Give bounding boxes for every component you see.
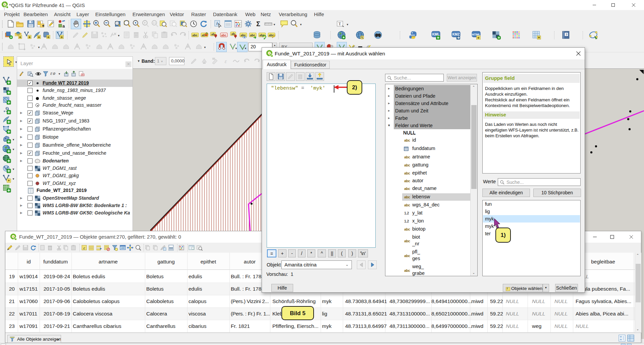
svg-text:ε: ε: [507, 286, 508, 290]
svg-text:✱: ✱: [477, 36, 480, 40]
svg-text:✱: ✱: [42, 24, 45, 28]
svg-text:ε: ε: [83, 245, 85, 250]
svg-text:?: ?: [566, 33, 568, 36]
svg-text:✱: ✱: [28, 36, 31, 39]
svg-text:Σ: Σ: [256, 20, 260, 28]
svg-text:✱: ✱: [47, 36, 50, 39]
svg-text:KML: KML: [432, 33, 440, 36]
svg-text:✱: ✱: [538, 36, 540, 39]
svg-text:abc: abc: [250, 34, 255, 37]
svg-text:abc: abc: [192, 34, 198, 37]
svg-text:✱: ✱: [19, 36, 21, 39]
svg-text:abc: abc: [240, 34, 246, 37]
svg-text:T: T: [338, 21, 341, 26]
svg-text:a: a: [62, 23, 65, 28]
svg-text:1:1: 1:1: [153, 22, 156, 24]
svg-text:HTML: HTML: [472, 33, 480, 36]
svg-text:ab: ab: [211, 33, 215, 36]
svg-text:KMZ: KMZ: [452, 33, 460, 36]
svg-text:✱: ✱: [38, 36, 40, 39]
svg-text:✱: ✱: [60, 36, 63, 39]
svg-text:✱: ✱: [8, 179, 10, 182]
svg-text:abc: abc: [221, 34, 226, 37]
svg-text:ε: ε: [225, 58, 227, 64]
svg-text:ab: ab: [231, 32, 235, 36]
